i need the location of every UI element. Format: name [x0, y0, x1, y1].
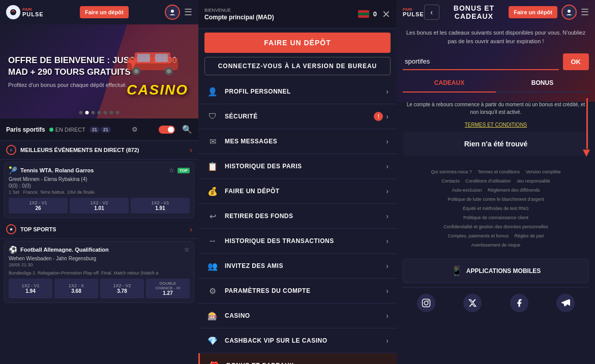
best-events-title: MEILLEURS ÉVÉNEMENTS EN DIRECT (872)	[20, 147, 190, 153]
menu-item-deposit[interactable]: 💰 FAIRE UN DÉPÔT ›	[198, 179, 397, 204]
dot-5[interactable]	[104, 111, 107, 114]
section-icon: ○	[6, 145, 16, 155]
football-odd-1[interactable]: 1X2 - V1 1.94	[9, 279, 52, 298]
footer-link-about[interactable]: Qui sommes-nous ?	[431, 169, 472, 174]
toggle-switch[interactable]	[159, 126, 175, 134]
footer-link-responsible[interactable]: Jeu responsable	[517, 178, 550, 184]
section-arrow[interactable]: ›	[190, 146, 192, 154]
dot-7[interactable]	[116, 111, 120, 114]
footer-link-autoexclusion[interactable]: Auto-exclusion	[452, 188, 482, 193]
footer-link-privacy[interactable]: Confidentialité et gestion des données p…	[443, 224, 548, 229]
deposit-button-large[interactable]: FAIRE UN DÉPÔT	[204, 33, 391, 53]
profile-icon-right[interactable]	[561, 5, 577, 20]
profile-menu-icon: 👤	[206, 85, 219, 98]
close-button[interactable]: ✕	[382, 8, 391, 20]
terms-link[interactable]: TERMES ET CONDITIONS	[403, 122, 589, 128]
tennis-odd-3[interactable]: 1X2 - V1 1.91	[131, 198, 190, 214]
profile-icon[interactable]	[165, 5, 180, 20]
menu-item-settings[interactable]: ⚙ PARAMÈTRES DU COMPTE ›	[198, 279, 397, 304]
search-icon-nav[interactable]: 🔍	[182, 125, 192, 134]
footer-link-fullversion[interactable]: Version complète	[525, 169, 560, 174]
footer-link-aml[interactable]: Politique de lutte contre le blanchiment…	[448, 197, 544, 202]
dot-4[interactable]	[98, 111, 101, 114]
banner: OFFRE DE BIENVENUE : JUSQU'À 20000 MAD +…	[0, 24, 198, 118]
top-sports-arrow[interactable]: ›	[190, 225, 192, 233]
footer-link-disputes[interactable]: Règlement des différends	[488, 188, 540, 193]
menu-item-transactions-label: HISTORIQUE DES TRANSACTIONS	[225, 237, 386, 245]
football-odd-4[interactable]: DOUBLE CHANCE - IX 1.27	[146, 279, 190, 298]
dot-1[interactable]	[79, 111, 83, 114]
desktop-button[interactable]: CONNECTEZ-VOUS À LA VERSION DE BUREAU	[204, 57, 391, 75]
footer-link-conditions[interactable]: Conditions d'utilisation	[465, 178, 511, 184]
ok-button[interactable]: OK	[563, 53, 589, 70]
footer-link-payments[interactable]: Comptes, paiements et bonus	[448, 233, 509, 238]
footer-link-risk[interactable]: Avertissement de risque	[471, 242, 520, 248]
menu-item-transactions[interactable]: ↔ HISTORIQUE DES TRANSACTIONS ›	[198, 229, 397, 254]
dot-3[interactable]	[92, 111, 95, 114]
menu-item-messages[interactable]: ✉ MES MESSAGES ›	[198, 129, 397, 154]
sports-label[interactable]: Paris sportifs	[6, 126, 45, 133]
vertical-red-indicator	[586, 98, 588, 149]
mobile-app-button[interactable]: 📱 APPLICATIONS MOBILES	[403, 259, 589, 283]
dot-6[interactable]	[110, 111, 113, 114]
menu-item-cashback-label: CASHBACK VIP SUR LE CASINO	[225, 337, 386, 344]
tab-bonus[interactable]: BONUS	[496, 74, 589, 93]
nav-count-2: 21	[101, 127, 111, 133]
cashback-arrow-icon: ›	[386, 337, 389, 345]
menu-item-bets-label: HISTORIQUE DES PARIS	[225, 163, 386, 170]
best-events-header: ○ MEILLEURS ÉVÉNEMENTS EN DIRECT (872) ›	[0, 141, 198, 160]
menu-item-bonus[interactable]: 🎁 BONUS ET CADEAUX › ➤	[198, 353, 397, 364]
live-indicator: EN DIRECT	[49, 127, 85, 133]
football-meta: 28/05 21:30	[9, 262, 190, 267]
tennis-odd-2[interactable]: 1X2 - V2 1.01	[70, 198, 129, 214]
tennis-odd-1[interactable]: 1X2 - V1 26	[9, 198, 68, 214]
svg-point-12	[424, 301, 428, 305]
menu-item-profile[interactable]: 👤 PROFIL PERSONNEL ›	[198, 79, 397, 104]
football-odd-3[interactable]: 1X2 - V2 3.78	[100, 279, 144, 298]
menu-item-casino[interactable]: 🎰 CASINO ›	[198, 304, 397, 328]
deposit-button-left[interactable]: Faire un dépôt	[80, 6, 129, 18]
modal-content: Les bonus et les cadeaux suivants sont d…	[397, 24, 595, 318]
menu-icon-right[interactable]: ☰	[581, 7, 589, 18]
modal-tabs: CADEAUX BONUS	[403, 74, 589, 93]
menu-icon[interactable]: ☰	[184, 7, 192, 18]
bonus-arrow-icon: ›	[386, 361, 389, 364]
footer-link-rng[interactable]: Équité et méthodes de test RNG	[463, 206, 529, 211]
footer-link-terms[interactable]: Termes et conditions	[478, 169, 520, 174]
tab-cadeaux[interactable]: CADEAUX	[403, 74, 496, 93]
menu-item-withdraw[interactable]: ↩ RETIRER DES FONDS ›	[198, 204, 397, 229]
tennis-star-icon[interactable]: ☆	[169, 167, 174, 174]
telegram-icon[interactable]	[556, 294, 575, 312]
facebook-icon[interactable]	[510, 294, 528, 312]
menu-item-invite[interactable]: 👥 INVITEZ DES AMIS ›	[198, 254, 397, 279]
logo[interactable]: PARI PULSE	[6, 5, 44, 19]
footer-link-kyc[interactable]: Politique de connaissance client	[463, 215, 528, 220]
svg-point-7	[167, 69, 171, 73]
menu-item-security[interactable]: 🛡 SÉCURITÉ ! ›	[198, 104, 397, 129]
football-odd-2[interactable]: 1X2 - X 3.68	[54, 279, 98, 298]
instagram-icon[interactable]	[417, 294, 435, 312]
search-ok-row: OK	[403, 53, 589, 70]
menu-item-cashback[interactable]: 💎 CASHBACK VIP SUR LE CASINO ›	[198, 328, 397, 353]
football-star-icon[interactable]: ☆	[184, 246, 190, 253]
menu-item-bets-history[interactable]: 📋 HISTORIQUE DES PARIS ›	[198, 154, 397, 179]
deposit-arrow-icon: ›	[386, 187, 389, 195]
x-twitter-icon[interactable]	[463, 294, 482, 312]
back-button[interactable]: ‹	[424, 5, 439, 20]
search-input-modal[interactable]	[403, 53, 559, 70]
bonus-page-title: BONUS ET CADEAUX	[439, 4, 509, 20]
football-event-card: ⚽ Football Allemagne. Qualification ☆ We…	[4, 241, 194, 303]
account-name: Compte principal (MAD)	[204, 14, 274, 21]
header-icons: ☰	[165, 5, 192, 20]
menu-item-security-label: SÉCURITÉ	[225, 113, 374, 120]
football-desc: Bundesliga 2. Relegation-Promotion Play-…	[9, 270, 190, 276]
footer-link-betting-rules[interactable]: Règles de pari	[514, 233, 544, 238]
logo-right[interactable]: PARI PULSE	[403, 8, 424, 17]
deposit-button-right[interactable]: Faire un dépôt	[509, 6, 557, 18]
deposit-menu-icon: 💰	[206, 185, 219, 197]
casino-label: CASINO	[127, 82, 188, 98]
dot-2[interactable]	[85, 111, 89, 114]
footer-link-contacts[interactable]: Contacts	[441, 178, 460, 184]
settings-icon[interactable]: ⚙	[132, 126, 138, 133]
top-sports-icon: ★	[6, 224, 16, 234]
